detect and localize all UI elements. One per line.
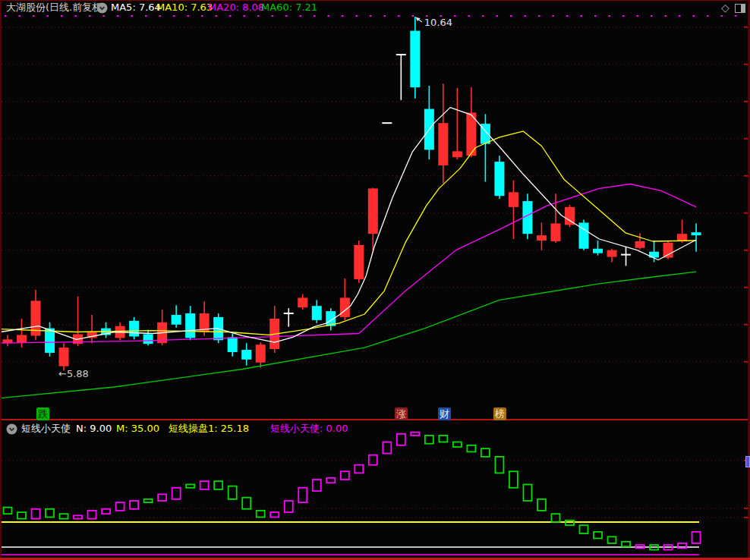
- svg-text:←5.88: ←5.88: [58, 368, 89, 379]
- main-chart-header: 大湖股份(日线.前复权) MA5: 7.64 MA10: 7.63 MA20: …: [0, 0, 750, 15]
- indicator-value-angel: 短线小天使: 0.00: [270, 422, 348, 436]
- chart-canvas[interactable]: 10.64←5.88: [0, 0, 750, 560]
- window-border-left: [0, 0, 2, 560]
- tdx-window: 10.64←5.88 大湖股份(日线.前复权) MA5: 7.64 MA10: …: [0, 0, 750, 560]
- indicator-value-caopan: 短线操盘1: 25.18: [169, 422, 249, 436]
- ma10-label: MA10: 7.63: [156, 0, 213, 15]
- ma20-label: MA20: 8.08: [208, 0, 264, 15]
- collapse-main-icon[interactable]: [96, 2, 108, 14]
- footer-link-cai[interactable]: 财: [438, 407, 451, 420]
- stock-title: 大湖股份(日线.前复权): [6, 0, 106, 15]
- right-edge-marker[interactable]: [745, 456, 750, 467]
- indicator-header: 短线小天使 N: 9.00 M: 35.00 短线操盘1: 25.18 短线小天…: [0, 422, 750, 436]
- split-window-icon[interactable]: [735, 4, 745, 13]
- panel-separator[interactable]: [0, 419, 750, 420]
- diamond-icon[interactable]: ◇: [721, 0, 730, 15]
- footer-link-zhang[interactable]: 涨: [395, 407, 408, 420]
- split-window-icon-fill: [741, 5, 745, 12]
- footer-link-die[interactable]: 跌: [36, 407, 49, 420]
- indicator-param-m: M: 35.00: [116, 422, 159, 436]
- collapse-indicator-icon[interactable]: [6, 423, 17, 435]
- indicator-param-n: N: 9.00: [76, 422, 112, 436]
- indicator-name: 短线小天使: [21, 422, 71, 436]
- ma5-label: MA5: 7.64: [111, 0, 161, 15]
- svg-text:10.64: 10.64: [424, 17, 452, 28]
- ma60-label: MA60: 7.21: [261, 0, 317, 15]
- footer-link-bang[interactable]: 榜: [493, 407, 506, 420]
